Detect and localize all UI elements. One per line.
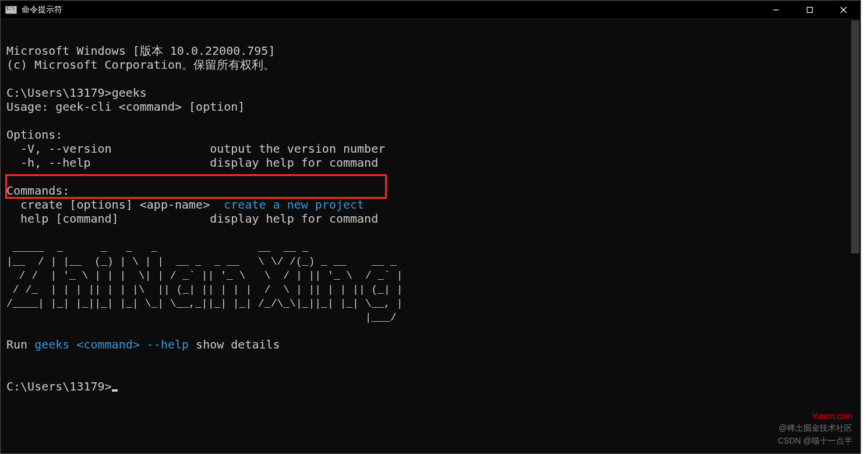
output-line [6,72,13,86]
titlebar[interactable]: 命令提示符 [1,1,860,19]
maximize-icon [806,6,813,13]
prompt-line: C:\Users\13179>geeks [6,86,147,100]
terminal-output[interactable]: Microsoft Windows [版本 10.0.22000.795] (c… [1,19,860,453]
output-line: Run geeks <command> --help show details [6,337,280,351]
close-icon [840,6,847,13]
output-line: help [command] display help for command [6,212,378,226]
run-suffix: show details [189,337,280,351]
maximize-button[interactable] [793,1,827,19]
cmd-icon [5,6,17,14]
close-button[interactable] [827,1,860,19]
prompt-path: C:\Users\13179> [6,86,112,100]
output-line [6,351,13,365]
cursor [112,389,118,392]
output-line: -h, --help display help for command [6,156,378,170]
output-line: (c) Microsoft Corporation。保留所有权利。 [6,58,275,72]
command-prompt-window: 命令提示符 Microsoft Windows [版本 10.0.22000.7… [0,0,861,454]
output-line: Usage: geek-cli <command> [option] [6,100,245,114]
prompt-path: C:\Users\13179> [6,379,112,393]
output-line: Microsoft Windows [版本 10.0.22000.795] [6,44,275,58]
output-line: create [options] <app-name> create a new… [6,198,364,212]
output-line [6,170,13,184]
watermark-yuucn: Yuucn.com [812,411,852,421]
output-line [6,114,13,128]
output-line [6,365,13,379]
watermark-csdn: CSDN @喵十一点半 [778,436,852,446]
run-cyan: geeks <command> --help [34,337,189,351]
minimize-button[interactable] [759,1,793,19]
cmd-create-left: create [options] <app-name> [6,198,224,212]
output-line [6,226,13,240]
ascii-art-logo: _____ _ _ _ _ __ __ _ |__ / | |__ (_) | … [6,242,403,323]
svg-rect-1 [807,7,813,12]
prompt-line: C:\Users\13179> [6,379,118,393]
entered-command: geeks [112,86,147,100]
output-line: -V, --version output the version number [6,142,385,156]
output-line: Options: [6,128,62,142]
watermark-juejin: @稀土掘金技术社区 [779,423,852,434]
window-controls [759,1,860,19]
window-title: 命令提示符 [22,5,759,15]
output-line [6,323,13,337]
output-line: Commands: [6,184,69,198]
cmd-create-desc: create a new project [224,198,364,212]
minimize-icon [772,6,779,13]
run-prefix: Run [6,337,34,351]
